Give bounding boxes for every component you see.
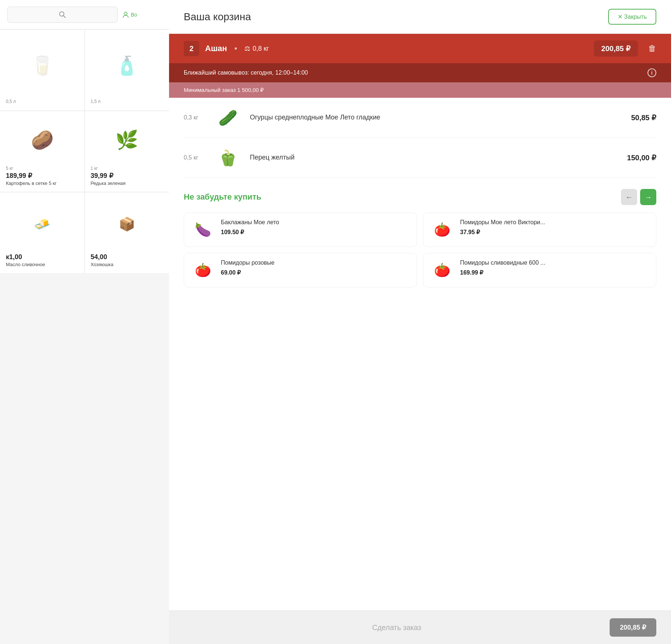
nav-buttons: ← → xyxy=(621,189,656,205)
suggestions-title: Не забудьте купить xyxy=(184,192,261,202)
background-store: Во 🥛 0,5 л 🧴 1,5 л 🥔 5 кг 189,99 ₽ Карто… xyxy=(0,0,169,644)
product-card: 🧈 к1,00 Масло сливочное xyxy=(0,192,85,273)
suggestion-card[interactable]: 🍆 Баклажаны Мое лето 109.50 ₽ xyxy=(184,212,417,247)
product-name: Масло сливочное xyxy=(6,262,79,267)
suggestion-price: 69.00 ₽ xyxy=(221,269,274,276)
suggestion-name: Баклажаны Мое лето xyxy=(221,219,279,226)
cart-title: Ваша корзина xyxy=(184,11,251,23)
product-sublabel: 0,5 л xyxy=(6,99,79,104)
item-name: Огурцы среднеплодные Мое Лето гладкие xyxy=(250,113,624,122)
product-price: 189,99 ₽ xyxy=(6,172,79,180)
suggestions-header: Не забудьте купить ← → xyxy=(184,189,656,205)
product-grid: 🥛 0,5 л 🧴 1,5 л 🥔 5 кг 189,99 ₽ Картофел… xyxy=(0,30,169,273)
cart-footer: Сделать заказ 200,85 ₽ xyxy=(169,611,671,644)
store-weight: ⚖ 0,8 кг xyxy=(244,44,269,53)
suggestion-info: Баклажаны Мое лето 109.50 ₽ xyxy=(221,219,279,236)
suggestion-image: 🍅 xyxy=(429,259,455,281)
product-price: 39,99 ₽ xyxy=(91,172,164,180)
item-weight: 0,3 кг xyxy=(184,114,206,121)
item-weight: 0,5 кг xyxy=(184,154,206,161)
suggestion-price: 169.99 ₽ xyxy=(460,269,545,276)
product-name: Картофель в сетке 5 кг xyxy=(6,180,79,186)
cart-items-list: 0,3 кг 🥒 Огурцы среднеплодные Мое Лето г… xyxy=(169,98,671,178)
suggestions-grid: 🍆 Баклажаны Мое лето 109.50 ₽ 🍅 Помидоры… xyxy=(184,212,656,287)
product-sublabel: 1,5 л xyxy=(91,99,164,104)
user-label: Во xyxy=(131,12,137,18)
minimum-order-bar: Минимальный заказ 1 500,00 ₽ xyxy=(169,82,671,98)
place-order-label: Сделать заказ xyxy=(184,623,610,632)
delete-store-button[interactable]: 🗑 xyxy=(648,44,656,53)
close-button[interactable]: ✕ Закрыть xyxy=(608,9,656,25)
weight-value: 0,8 кг xyxy=(252,45,269,53)
store-total: 200,85 ₽ xyxy=(594,40,638,57)
suggestion-image: 🍅 xyxy=(429,219,455,241)
suggestion-info: Помидоры Мое лето Виктори... 37.95 ₽ xyxy=(460,219,545,236)
item-name: Перец желтый xyxy=(250,153,620,162)
store-item-count: 2 xyxy=(184,41,199,56)
product-name: Хозяюшка xyxy=(91,262,164,267)
product-card: 🥔 5 кг 189,99 ₽ Картофель в сетке 5 кг xyxy=(0,111,85,192)
prev-button[interactable]: ← xyxy=(621,189,637,205)
cart-item: 0,5 кг 🫑 Перец желтый 150,00 ₽ xyxy=(184,138,656,178)
store-name: Ашан xyxy=(205,44,227,53)
product-sublabel: 1 кг xyxy=(91,166,164,171)
store-header-bar: Во xyxy=(0,0,169,29)
svg-point-0 xyxy=(60,12,64,16)
product-price: 54,00 xyxy=(91,253,164,261)
separator-dot: • xyxy=(234,44,237,53)
suggestion-card[interactable]: 🍅 Помидоры розовые 69.00 ₽ xyxy=(184,253,417,287)
store-section-header: 2 Ашан • ⚖ 0,8 кг 200,85 ₽ 🗑 xyxy=(169,34,671,63)
product-card: 🧴 1,5 л xyxy=(85,30,169,111)
product-sublabel: 5 кг xyxy=(6,166,79,171)
item-price: 150,00 ₽ xyxy=(627,153,656,162)
product-image: 📦 xyxy=(91,198,164,250)
item-image: 🥒 xyxy=(213,107,243,129)
suggestion-info: Помидоры розовые 69.00 ₽ xyxy=(221,259,274,276)
next-button[interactable]: → xyxy=(640,189,656,205)
item-price: 50,85 ₽ xyxy=(631,113,656,122)
product-card: 📦 54,00 Хозяюшка xyxy=(85,192,169,273)
place-order-total: 200,85 ₽ xyxy=(610,618,656,637)
suggestion-image: 🍅 xyxy=(190,259,216,281)
suggestion-price: 109.50 ₽ xyxy=(221,229,279,236)
svg-line-1 xyxy=(64,16,65,18)
weight-icon: ⚖ xyxy=(244,44,250,53)
cart-item: 0,3 кг 🥒 Огурцы среднеплодные Мое Лето г… xyxy=(184,98,656,138)
info-icon[interactable]: i xyxy=(647,68,656,77)
product-image: 🥛 xyxy=(6,36,79,96)
cart-panel: Ваша корзина ✕ Закрыть 2 Ашан • ⚖ 0,8 кг… xyxy=(169,0,671,644)
svg-point-2 xyxy=(124,12,127,15)
cart-header: Ваша корзина ✕ Закрыть xyxy=(169,0,671,34)
product-image: 🥔 xyxy=(6,117,79,163)
suggestion-price: 37.95 ₽ xyxy=(460,229,545,236)
item-image: 🫑 xyxy=(213,147,243,169)
suggestions-section: Не забудьте купить ← → 🍆 Баклажаны Мое л… xyxy=(169,178,671,611)
product-image: 🌿 xyxy=(91,117,164,163)
pickup-info-bar: Ближайший самовывоз: сегодня, 12:00–14:0… xyxy=(169,63,671,82)
suggestion-card[interactable]: 🍅 Помидоры Мое лето Виктори... 37.95 ₽ xyxy=(423,212,656,247)
product-image: 🧈 xyxy=(6,198,79,250)
suggestion-card[interactable]: 🍅 Помидоры сливовидные 600 ... 169.99 ₽ xyxy=(423,253,656,287)
product-price: к1,00 xyxy=(6,253,79,261)
suggestion-name: Помидоры сливовидные 600 ... xyxy=(460,259,545,267)
suggestion-image: 🍆 xyxy=(190,219,216,241)
product-card: 🥛 0,5 л xyxy=(0,30,85,111)
product-name: Редька зеленая xyxy=(91,180,164,186)
minimum-order-text: Минимальный заказ 1 500,00 ₽ xyxy=(184,87,264,93)
pickup-text: Ближайший самовывоз: сегодня, 12:00–14:0… xyxy=(184,69,308,76)
suggestion-info: Помидоры сливовидные 600 ... 169.99 ₽ xyxy=(460,259,545,276)
product-image: 🧴 xyxy=(91,36,164,96)
search-box[interactable] xyxy=(7,7,118,23)
suggestion-name: Помидоры Мое лето Виктори... xyxy=(460,219,545,226)
product-card: 🌿 1 кг 39,99 ₽ Редька зеленая xyxy=(85,111,169,192)
user-button[interactable]: Во xyxy=(122,11,137,18)
suggestion-name: Помидоры розовые xyxy=(221,259,274,267)
